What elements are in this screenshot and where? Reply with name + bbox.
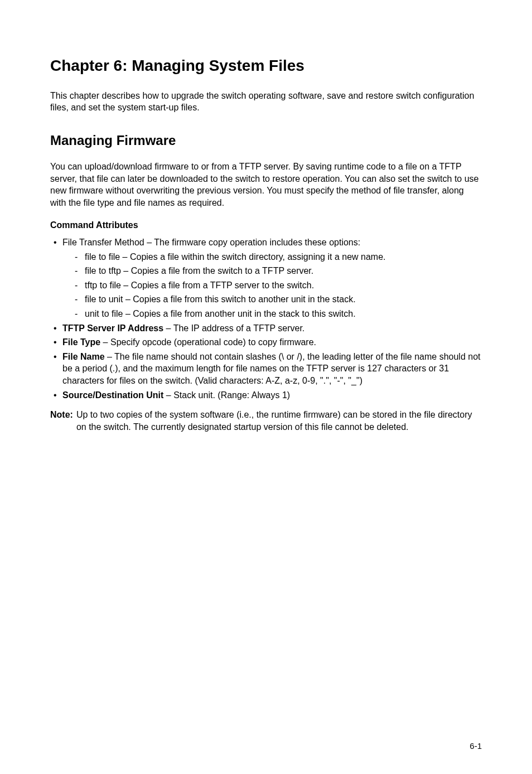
attributes-heading: Command Attributes xyxy=(50,219,482,231)
file-transfer-sublist: file to file – Copies a file within the … xyxy=(62,251,482,320)
sub-item: file to file – Copies a file within the … xyxy=(62,251,482,263)
chapter-intro: This chapter describes how to upgrade th… xyxy=(50,90,482,114)
page-number: 6-1 xyxy=(470,741,482,752)
attr-item-bold: File Name xyxy=(62,352,105,361)
sub-item: file to tftp – Copies a file from the sw… xyxy=(62,265,482,277)
attr-item-bold: Source/Destination Unit xyxy=(62,390,163,400)
sub-item: unit to file – Copies a file from anothe… xyxy=(62,308,482,320)
sub-item: file to unit – Copies a file from this s… xyxy=(62,293,482,306)
attr-item-bold: TFTP Server IP Address xyxy=(62,323,163,333)
attr-item-bold: File Type xyxy=(62,337,100,347)
attr-item-source-dest: Source/Destination Unit – Stack unit. (R… xyxy=(50,389,482,401)
attr-item-tail: – Stack unit. (Range: Always 1) xyxy=(163,390,290,400)
note-text: Up to two copies of the system software … xyxy=(76,409,482,433)
section-title: Managing Firmware xyxy=(50,132,482,149)
attr-item-tail: – The IP address of a TFTP server. xyxy=(163,323,304,333)
attr-item-file-transfer: File Transfer Method – The firmware copy… xyxy=(50,236,482,320)
attr-item-tail: – Specify opcode (operational code) to c… xyxy=(100,337,316,347)
attr-item-file-name: File Name – The file name should not con… xyxy=(50,351,482,387)
attr-item-lead: File Transfer Method – The firmware copy… xyxy=(62,238,360,247)
chapter-title: Chapter 6: Managing System Files xyxy=(50,55,482,76)
section-para: You can upload/download firmware to or f… xyxy=(50,161,482,209)
attr-item-tftp-server: TFTP Server IP Address – The IP address … xyxy=(50,322,482,335)
sub-item: tftp to file – Copies a file from a TFTP… xyxy=(62,279,482,292)
attr-item-tail: – The file name should not contain slash… xyxy=(62,352,480,385)
note-label: Note: xyxy=(50,409,76,433)
attributes-list: File Transfer Method – The firmware copy… xyxy=(50,236,482,401)
attr-item-file-type: File Type – Specify opcode (operational … xyxy=(50,336,482,349)
note-block: Note: Up to two copies of the system sof… xyxy=(50,409,482,433)
